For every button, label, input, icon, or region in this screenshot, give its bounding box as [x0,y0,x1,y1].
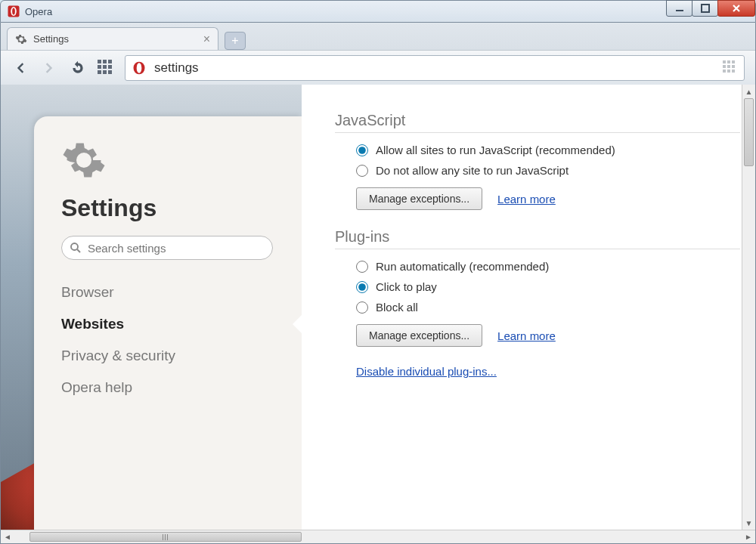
settings-main: JavaScript Allow all sites to run JavaSc… [302,85,755,530]
vertical-scrollbar[interactable]: ▲ ▼ [742,85,755,530]
tab-strip: Settings × + [1,23,755,50]
gear-icon [15,33,27,45]
grid-icon[interactable] [723,60,738,76]
tab-label: Settings [33,33,69,45]
js-learn-more-link[interactable]: Learn more [497,193,556,206]
scroll-left-icon[interactable]: ◄ [1,533,14,541]
scroll-thumb[interactable] [744,98,754,166]
sidebar-item-privacy[interactable]: Privacy & security [61,340,280,372]
tab-settings[interactable]: Settings × [7,27,218,50]
gear-icon [61,138,107,183]
radio-input[interactable] [356,165,368,177]
opera-icon [7,5,20,18]
tab-close-icon[interactable]: × [203,32,210,46]
speed-dial-button[interactable] [98,60,114,76]
sidebar-item-websites[interactable]: Websites [61,308,280,340]
new-tab-button[interactable]: + [225,32,246,50]
opera-icon [132,60,147,76]
plugins-auto-option[interactable]: Run automatically (recommended) [356,260,740,273]
scroll-right-icon[interactable]: ► [742,533,755,541]
plugins-learn-more-link[interactable]: Learn more [497,329,556,342]
radio-input[interactable] [356,261,368,273]
scroll-thumb[interactable] [29,532,302,542]
forward-button[interactable] [40,59,58,77]
javascript-heading: JavaScript [335,112,740,133]
js-block-option[interactable]: Do not allow any site to run JavaScript [356,164,740,177]
window-title: Opera [25,6,52,17]
radio-input[interactable] [356,144,368,156]
radio-input[interactable] [356,301,368,314]
svg-point-2 [12,8,15,15]
svg-rect-3 [676,10,683,11]
scroll-up-icon[interactable]: ▲ [742,85,755,98]
sidebar-item-help[interactable]: Opera help [61,372,280,403]
radio-input[interactable] [356,281,368,293]
window-titlebar: Opera [0,0,756,23]
plugins-manage-exceptions-button[interactable]: Manage exceptions... [356,324,482,347]
js-allow-option[interactable]: Allow all sites to run JavaScript (recom… [356,144,740,156]
settings-sidebar: Settings Browser Websites Privacy & secu… [1,85,302,530]
js-manage-exceptions-button[interactable]: Manage exceptions... [356,187,482,210]
address-input[interactable] [154,60,715,76]
maximize-button[interactable] [692,0,718,17]
plugins-heading: Plug-ins [335,228,740,249]
address-bar[interactable] [125,55,745,81]
reload-button[interactable] [69,59,87,77]
svg-point-6 [137,63,142,73]
plugins-click-option[interactable]: Click to play [356,280,740,293]
toolbar [1,50,755,85]
search-icon [69,241,82,255]
settings-heading: Settings [61,194,280,222]
svg-point-7 [71,243,78,250]
search-settings-input[interactable] [61,236,273,260]
svg-rect-4 [702,5,709,12]
horizontal-scrollbar[interactable]: ◄ ► [1,530,755,543]
plugins-block-option[interactable]: Block all [356,301,740,314]
back-button[interactable] [11,59,29,77]
disable-plugins-link[interactable]: Disable individual plug-ins... [356,365,497,378]
close-button[interactable] [717,0,755,17]
sidebar-item-browser[interactable]: Browser [61,277,280,308]
scroll-down-icon[interactable]: ▼ [742,516,755,530]
minimize-button[interactable] [666,0,692,17]
